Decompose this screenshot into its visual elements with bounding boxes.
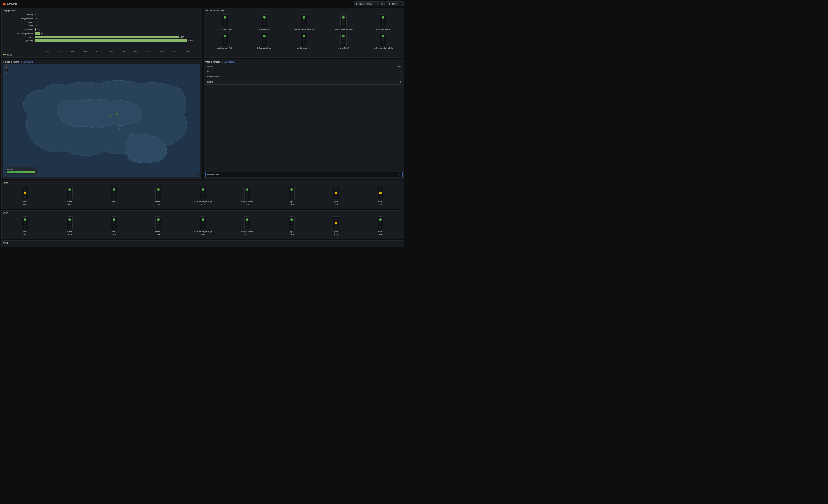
bar-category: observability-0kwujw: [3, 32, 35, 34]
traffic-light: [244, 247, 250, 247]
bar-value: 63: [36, 17, 38, 20]
bar-category: gitlab: [3, 21, 35, 23]
status-item: gw24.9: [270, 216, 313, 236]
traffic-light: [261, 14, 268, 27]
bar-fill: [35, 36, 179, 39]
status-item: vault23.2: [48, 216, 91, 236]
zoom-out-button[interactable]: [380, 1, 385, 6]
panel-title: Logs per host: [3, 9, 201, 12]
bar-value: 387: [40, 32, 44, 35]
status-item-label: restorit: [155, 201, 162, 203]
bar-row: gitlab75: [3, 20, 201, 24]
map-zoom-out[interactable]: −: [5, 69, 8, 73]
traffic-light: [22, 247, 28, 247]
status-item-value: 24.9: [290, 234, 294, 236]
time-range-chevron[interactable]: [374, 1, 378, 6]
legend-label: Count: [7, 54, 12, 56]
status-item: [92, 247, 135, 247]
time-range-picker[interactable]: Last 15 minutes: [355, 1, 378, 6]
logs-barchart: tooling3imagesbuilder63gitlab75vault76cw…: [3, 13, 201, 56]
status-item-label: gw: [290, 230, 293, 233]
status-item: web68.7: [4, 186, 47, 206]
status-item: [315, 247, 358, 247]
status-item: gitlab-zfdbk0: [324, 33, 363, 49]
status-item-value: 62.2: [378, 204, 382, 206]
status-item-label: storage-bridge-b2kryd: [294, 28, 314, 30]
status-item-label: observability-0kwujw: [194, 230, 212, 233]
table-row[interactable]: chrome5: [205, 79, 403, 85]
visitors-map[interactable]: + − Visitors i: [3, 64, 201, 177]
status-item-label: grafana-saupsr: [297, 47, 311, 49]
bar-category: web: [3, 36, 35, 38]
status-item-label: vault-kkf96y: [259, 28, 270, 30]
map-point[interactable]: [110, 115, 112, 117]
traffic-light: [155, 186, 162, 199]
map-attribution-icon[interactable]: i: [196, 173, 200, 176]
fields-select[interactable]: browser, count: [205, 172, 403, 177]
status-item: cloud62.2: [359, 186, 402, 206]
map-point[interactable]: [116, 113, 118, 115]
traffic-light: [380, 14, 386, 27]
dashboard-title: comwork: [7, 3, 17, 5]
bar-fill: [35, 39, 188, 42]
bar-category: vault: [3, 25, 35, 27]
status-item: storage-bridge-b2kryd: [285, 14, 323, 30]
table-header[interactable]: count: [340, 64, 402, 69]
table-row[interactable]: curl1: [205, 69, 403, 74]
refresh-control[interactable]: Refresh: [386, 1, 403, 6]
status-item: [137, 247, 180, 247]
x-tick: 2000: [58, 51, 62, 52]
status-item-label: tooling: [111, 230, 117, 233]
status-item: tooling17.0: [92, 186, 135, 206]
status-item-label: gitlab: [334, 230, 338, 233]
chevron-down-icon: [399, 173, 401, 175]
traffic-light: [155, 247, 162, 247]
status-item-value: 74.7: [334, 204, 338, 206]
panel-time-override: Last 90 days: [20, 61, 33, 63]
traffic-light: [155, 216, 162, 229]
traffic-light: [301, 33, 307, 46]
topbar: comwork Last 15 minutes: [0, 0, 406, 8]
status-item-label: cloud: [378, 230, 383, 233]
panel-visitors-devices: Visitors devices Last 90 days browser co…: [204, 59, 404, 179]
panel-title: Service healthcheck: [205, 9, 403, 12]
status-item-label: web: [23, 230, 27, 233]
bar-row: vault76: [3, 24, 201, 28]
status-item: gitlab74.7: [315, 186, 358, 206]
status-item-label: veggiepi-9uo62r: [218, 28, 232, 30]
status-item: observability-0kwujw40.8: [181, 186, 224, 206]
panel-title: CPU: [3, 242, 403, 244]
traffic-light: [301, 14, 307, 27]
map-zoom-in[interactable]: +: [5, 66, 8, 69]
status-item: gitlab67.4: [315, 216, 358, 236]
bar-value: 76: [36, 24, 38, 27]
x-tick: 4000: [83, 51, 87, 52]
status-item-value: 7.98: [201, 234, 205, 236]
table-row[interactable]: chrome mobile1: [205, 74, 403, 79]
traffic-light: [289, 247, 295, 247]
map-point[interactable]: [119, 127, 121, 129]
status-item-label: observability-0kwujw: [194, 201, 212, 203]
bar-row: tooling3: [3, 13, 201, 16]
x-tick: 10000: [159, 51, 164, 52]
status-item-label: cloud: [378, 201, 383, 203]
traffic-light: [244, 186, 250, 199]
panel-logs-per-host: Logs per host tooling3imagesbuilder63git…: [1, 8, 202, 57]
status-item: veggiepi-9uo62r: [206, 14, 244, 30]
bar-row: imagesbuilder63: [3, 16, 201, 20]
status-item-value: 21.7: [68, 204, 72, 206]
status-item: gw21.0: [270, 186, 313, 206]
panel-title: RAM: [3, 181, 403, 184]
clock-icon: [20, 61, 22, 62]
status-item: infoslinux-vicvlu: [245, 33, 283, 49]
status-item-value: 21.0: [290, 204, 294, 206]
status-item-label: imagesbuilder: [241, 201, 254, 203]
status-item-label: web: [23, 201, 27, 203]
refresh-interval-chevron[interactable]: [399, 1, 404, 6]
status-item-label: gitlab-zfdbk0: [338, 47, 349, 49]
refresh-button[interactable]: Refresh: [386, 1, 399, 6]
traffic-light: [378, 247, 384, 247]
table-header[interactable]: browser: [205, 64, 340, 69]
cell-browser: chrome: [205, 79, 340, 85]
status-item-label: vault: [68, 201, 72, 203]
